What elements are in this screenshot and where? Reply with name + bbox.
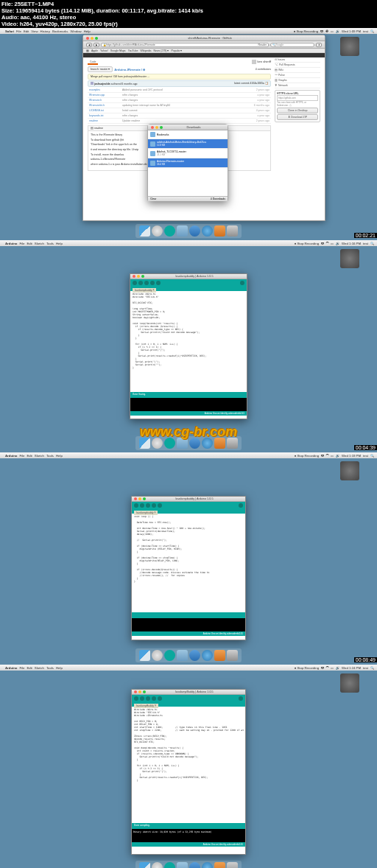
sidebar-item-pulls[interactable]: ⌥ Pull Requests bbox=[275, 63, 320, 68]
save-button[interactable] bbox=[158, 696, 162, 701]
menubar-user[interactable]: test bbox=[363, 454, 368, 458]
download-zip-button[interactable]: ⬇ Download ZIP bbox=[277, 114, 318, 120]
app-name[interactable]: Arduino bbox=[5, 454, 17, 458]
spotlight-icon[interactable]: 🔍 bbox=[370, 242, 374, 245]
bm-gmaps[interactable]: Google Maps bbox=[110, 49, 126, 52]
new-button[interactable] bbox=[144, 281, 149, 285]
menubar-clock[interactable]: Wed 1:24 PM bbox=[342, 666, 361, 670]
new-button[interactable] bbox=[146, 503, 150, 508]
volume-icon[interactable]: 🔊 bbox=[336, 29, 339, 33]
open-button[interactable] bbox=[152, 503, 156, 508]
dock[interactable] bbox=[135, 224, 242, 238]
menu-sketch[interactable]: Sketch bbox=[35, 666, 44, 670]
arduino-icon[interactable] bbox=[164, 225, 175, 237]
desktop-drive-icon[interactable] bbox=[340, 37, 359, 56]
volume-icon[interactable]: 🔊 bbox=[336, 666, 339, 670]
menu-history[interactable]: History bbox=[40, 29, 50, 33]
menu-bookmarks[interactable]: Bookmarks bbox=[52, 29, 68, 33]
download-item[interactable]: Adafruit_TLC59711-master21.1 KB bbox=[148, 149, 228, 158]
folder-icon[interactable] bbox=[177, 650, 188, 661]
appstore-icon[interactable] bbox=[189, 225, 200, 237]
contributors[interactable]: 4 contributors bbox=[256, 68, 271, 71]
safari-icon[interactable] bbox=[152, 862, 163, 868]
menubar-user[interactable]: test bbox=[363, 242, 368, 245]
wifi-icon[interactable]: ⁀ bbox=[326, 242, 328, 245]
stop-recording-button[interactable]: ● Stop Recording bbox=[295, 454, 319, 458]
mac-menubar[interactable]: Safari File Edit View History Bookmarks … bbox=[0, 28, 377, 34]
menu-file[interactable]: File bbox=[19, 666, 24, 670]
minimize-icon[interactable] bbox=[138, 690, 141, 693]
download-item[interactable]: Bookmarks bbox=[148, 130, 228, 139]
menu-edit[interactable]: Edit bbox=[27, 454, 32, 458]
search-field[interactable]: 🔍Google bbox=[270, 43, 314, 47]
trash-icon[interactable] bbox=[227, 650, 238, 661]
close-icon[interactable] bbox=[151, 126, 154, 129]
clone-url-field[interactable]: https://github.com bbox=[277, 95, 318, 101]
menu-tools[interactable]: Tools bbox=[46, 454, 54, 458]
table-row[interactable]: IRremote.hnrfm changesa year ago bbox=[88, 98, 271, 103]
desktop-drive-icon[interactable] bbox=[340, 673, 359, 693]
mac-menubar[interactable]: Arduino File Edit Sketch Tools Help ● St… bbox=[0, 665, 377, 671]
table-row[interactable]: keywords.txtnrfm changesa year ago bbox=[88, 113, 271, 119]
menu-view[interactable]: View bbox=[31, 29, 38, 33]
menu-sketch[interactable]: Sketch bbox=[35, 242, 44, 245]
clone-desktop-button[interactable]: Clone in Desktop bbox=[277, 108, 318, 113]
menu-file[interactable]: File bbox=[16, 29, 21, 33]
menubar-user[interactable]: test bbox=[363, 29, 368, 33]
code-editor[interactable]: #include <Wire.h> #include "RTClib.h" #i… bbox=[132, 707, 245, 823]
serial-monitor-button[interactable] bbox=[239, 503, 243, 508]
menu-help[interactable]: Help bbox=[84, 29, 91, 33]
table-row[interactable]: LICENSE.txtInitial commit4 years ago bbox=[88, 108, 271, 113]
itunes-icon[interactable] bbox=[202, 225, 213, 237]
finder-icon[interactable] bbox=[139, 650, 150, 661]
table-row[interactable]: examplesAdded panasonic and JVC protocol… bbox=[88, 88, 271, 93]
battery-icon[interactable]: ▭ bbox=[331, 454, 334, 458]
vlc-icon[interactable] bbox=[214, 650, 225, 661]
menu-edit[interactable]: Edit bbox=[24, 29, 29, 33]
code-editor[interactable]: #include <Wire.h> #include "RTClib.h" RT… bbox=[130, 291, 247, 392]
menubar-clock[interactable]: Wed 1:09 PM bbox=[342, 29, 361, 33]
menubar-clock[interactable]: Wed 1:19 PM bbox=[342, 454, 361, 458]
menu-help[interactable]: Help bbox=[56, 454, 63, 458]
battery-icon[interactable]: ▭ bbox=[331, 242, 334, 245]
open-button[interactable] bbox=[152, 696, 156, 701]
minimize-icon[interactable] bbox=[91, 37, 94, 40]
menu-sketch[interactable]: Sketch bbox=[35, 454, 44, 458]
url-field[interactable]: 🔒 https://github.com/shirriff/Arduino-IR… bbox=[101, 43, 269, 47]
bm-grid-icon[interactable]: ▦ bbox=[86, 49, 89, 52]
desktop-drive-icon[interactable] bbox=[340, 249, 359, 268]
mac-menubar[interactable]: Arduino File Edit Sketch Tools Help ● St… bbox=[0, 452, 377, 458]
app-name[interactable]: Safari bbox=[5, 29, 14, 33]
shield-icon[interactable]: ⛨ bbox=[321, 666, 324, 670]
app-name[interactable]: Arduino bbox=[5, 666, 17, 670]
dock[interactable] bbox=[135, 861, 242, 868]
table-row[interactable]: IRremote.cppnrfm changesa year ago bbox=[88, 93, 271, 98]
menu-edit[interactable]: Edit bbox=[27, 242, 32, 245]
vlc-icon[interactable] bbox=[214, 225, 225, 237]
sidebar-item-issues[interactable]: ⊙ Issues bbox=[275, 57, 320, 63]
minimize-icon[interactable] bbox=[138, 497, 141, 500]
downloads-button[interactable]: ⬇ bbox=[316, 43, 322, 47]
table-row[interactable]: readmeUpdate readme2 years ago bbox=[88, 119, 271, 124]
sidebar-item-pulse[interactable]: 〰 Pulse bbox=[275, 73, 320, 78]
sidebar-item-network[interactable]: ♆ Network bbox=[275, 83, 320, 88]
verify-button[interactable] bbox=[134, 696, 138, 701]
sidebar-item-wiki[interactable]: ▤ Wiki bbox=[275, 68, 320, 73]
vlc-icon[interactable] bbox=[214, 862, 225, 868]
close-icon[interactable] bbox=[134, 690, 137, 693]
new-button[interactable] bbox=[146, 696, 150, 701]
menu-file[interactable]: File bbox=[19, 454, 24, 458]
menu-help[interactable]: Help bbox=[56, 242, 63, 245]
menu-help[interactable]: Help bbox=[56, 666, 63, 670]
upload-button[interactable] bbox=[138, 281, 143, 285]
desktop-drive-icon[interactable] bbox=[340, 461, 359, 480]
battery-icon[interactable]: ▭ bbox=[331, 666, 334, 670]
commit-user[interactable]: joshuajnoble bbox=[94, 83, 110, 85]
itunes-icon[interactable] bbox=[202, 862, 213, 868]
spotlight-icon[interactable]: 🔍 bbox=[370, 29, 374, 33]
wifi-icon[interactable]: �᷉ bbox=[325, 29, 328, 33]
serial-monitor-button[interactable] bbox=[240, 281, 244, 285]
repo-path[interactable]: Arduino-IRremote / ⊕ bbox=[114, 68, 145, 71]
bm-yahoo[interactable]: Yahoo! bbox=[100, 49, 108, 52]
latest-commit[interactable]: latest commit 4164a1065a 📋 bbox=[234, 82, 268, 85]
